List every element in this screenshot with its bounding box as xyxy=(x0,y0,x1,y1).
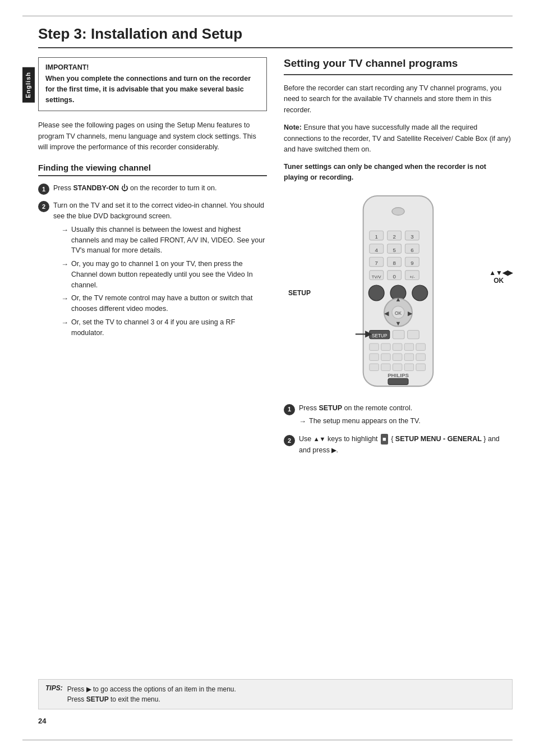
svg-point-28 xyxy=(412,285,428,301)
sidebar-tab: English xyxy=(22,67,35,103)
right-step-1-number: 1 xyxy=(284,404,295,415)
svg-rect-49 xyxy=(416,354,426,360)
ok-label: ▲▼◀▶OK xyxy=(489,269,513,285)
svg-text:4: 4 xyxy=(375,246,379,253)
two-column-layout: IMPORTANT! When you complete the connect… xyxy=(38,57,513,462)
svg-rect-50 xyxy=(370,364,379,370)
tips-label: TIPS: xyxy=(45,684,63,692)
standby-on-key: STANDBY-ON xyxy=(73,184,119,192)
svg-rect-39 xyxy=(408,330,419,338)
step-2-arrow-3-text: Or, the TV remote control may have a but… xyxy=(71,293,267,314)
svg-text:6: 6 xyxy=(411,246,413,253)
step-2-arrow-2-text: Or, you may go to channel 1 on your TV, … xyxy=(71,259,267,290)
tips-setup-key: SETUP xyxy=(86,695,109,703)
svg-text:2: 2 xyxy=(393,233,395,240)
arrow-sym-r1: → xyxy=(299,416,306,427)
note-content: Ensure that you have successfully made a… xyxy=(284,123,511,153)
svg-text:SETUP: SETUP xyxy=(372,333,388,338)
right-step-2: 2 Use ▲▼ keys to highlight ■ { SETUP MEN… xyxy=(284,434,513,456)
svg-text:OK: OK xyxy=(395,310,402,316)
important-box: IMPORTANT! When you complete the connect… xyxy=(38,57,267,111)
svg-rect-46 xyxy=(381,354,391,360)
important-text: When you complete the connections and tu… xyxy=(45,74,260,105)
arrow-symbol-4: → xyxy=(61,317,68,328)
svg-rect-48 xyxy=(404,354,414,360)
menu-icon: ■ xyxy=(381,434,388,445)
svg-text:5: 5 xyxy=(393,246,395,253)
intro-body-text: Please see the following pages on using … xyxy=(38,120,267,153)
left-column: IMPORTANT! When you complete the connect… xyxy=(38,57,267,462)
svg-text:3: 3 xyxy=(411,233,413,240)
svg-text:◀: ◀ xyxy=(384,310,389,317)
play-arrow-symbol: ▶ xyxy=(331,447,336,453)
page-border-top xyxy=(22,16,513,16)
svg-text:PHILIPS: PHILIPS xyxy=(388,372,409,378)
svg-rect-52 xyxy=(393,364,402,370)
svg-rect-42 xyxy=(393,343,402,350)
setup-key: SETUP xyxy=(319,404,342,412)
svg-text:▲: ▲ xyxy=(395,296,402,303)
step-1-number: 1 xyxy=(38,184,49,195)
tips-line-2: Press SETUP to exit the menu. xyxy=(67,695,160,703)
right-step-1: 1 Press SETUP on the remote control. → T… xyxy=(284,403,513,428)
right-body-text: Before the recorder can start recording … xyxy=(284,83,513,116)
tips-content: Press ▶ to go access the options of an i… xyxy=(67,684,236,704)
step-2-item: 2 Turn on the TV and set it to the corre… xyxy=(38,200,267,341)
tips-box: TIPS: Press ▶ to go access the options o… xyxy=(38,679,513,709)
svg-rect-56 xyxy=(388,378,408,384)
svg-text:TV/V: TV/V xyxy=(372,274,382,279)
svg-rect-40 xyxy=(370,343,379,350)
right-step-1-arrow-text: The setup menu appears on the TV. xyxy=(309,416,421,427)
important-label: IMPORTANT! xyxy=(45,63,260,71)
step-1-item: 1 Press STANDBY-ON ⏻ on the recorder to … xyxy=(38,183,267,195)
svg-text:+/-: +/- xyxy=(409,274,415,279)
step-2-content: Turn on the TV and set it to the correct… xyxy=(53,200,267,341)
svg-rect-53 xyxy=(404,364,414,370)
right-column: Setting your TV channel programs Before … xyxy=(284,57,513,462)
warning-text: Tuner settings can only be changed when … xyxy=(284,162,513,183)
svg-rect-45 xyxy=(370,354,379,360)
arrow-symbol-1: → xyxy=(61,224,68,236)
finding-channel-section-header: Finding the viewing channel xyxy=(38,163,267,176)
right-section-title: Setting your TV channel programs xyxy=(284,57,513,75)
note-text: Note: Ensure that you have successfully … xyxy=(284,122,513,155)
svg-text:1: 1 xyxy=(375,233,378,240)
svg-rect-41 xyxy=(381,343,391,350)
step-2-arrow-3: → Or, the TV remote control may have a b… xyxy=(61,293,267,314)
svg-text:0: 0 xyxy=(393,273,396,279)
svg-rect-54 xyxy=(416,364,426,370)
remote-container: SETUP 1 2 3 4 5 xyxy=(284,192,513,394)
step-1-content: Press STANDBY-ON ⏻ on the recorder to tu… xyxy=(53,183,267,194)
svg-text:8: 8 xyxy=(393,260,395,266)
right-step-2-content: Use ▲▼ keys to highlight ■ { SETUP MENU … xyxy=(299,434,513,456)
svg-text:▶: ▶ xyxy=(408,310,413,317)
step-2-arrow-1-text: Usually this channel is between the lowe… xyxy=(71,224,267,256)
right-step-1-arrow: → The setup menu appears on the TV. xyxy=(299,416,513,427)
svg-text:7: 7 xyxy=(375,260,378,266)
svg-rect-38 xyxy=(393,330,404,338)
page-number: 24 xyxy=(38,717,46,725)
setup-label: SETUP xyxy=(288,289,311,297)
main-content: Step 3: Installation and Setup IMPORTANT… xyxy=(38,25,513,731)
svg-rect-51 xyxy=(381,364,391,370)
step-2-arrow-2: → Or, you may go to channel 1 on your TV… xyxy=(61,259,267,290)
svg-point-1 xyxy=(392,207,404,215)
svg-text:▼: ▼ xyxy=(395,320,402,327)
svg-text:9: 9 xyxy=(411,260,413,266)
tips-line-1: Press ▶ to go access the options of an i… xyxy=(67,685,236,693)
svg-rect-43 xyxy=(404,343,414,350)
nav-arrows-symbol: ▲▼ xyxy=(313,436,326,442)
step-2-arrow-4: → Or, set the TV to channel 3 or 4 if yo… xyxy=(61,317,267,338)
right-step-2-number: 2 xyxy=(284,435,295,446)
step-2-number: 2 xyxy=(38,201,49,212)
setup-menu-general-key: SETUP MENU - GENERAL xyxy=(395,435,482,443)
arrow-symbol-3: → xyxy=(61,293,68,304)
right-step-1-content: Press SETUP on the remote control. → The… xyxy=(299,403,513,428)
step-2-arrow-1: → Usually this channel is between the lo… xyxy=(61,224,267,256)
remote-control-svg: 1 2 3 4 5 6 7 8 9 xyxy=(348,192,449,394)
arrow-symbol-2: → xyxy=(61,259,68,270)
svg-rect-44 xyxy=(416,343,426,350)
step-2-arrow-4-text: Or, set the TV to channel 3 or 4 if you … xyxy=(71,317,267,338)
page-border-bottom xyxy=(22,740,513,740)
page-title: Step 3: Installation and Setup xyxy=(38,25,513,48)
